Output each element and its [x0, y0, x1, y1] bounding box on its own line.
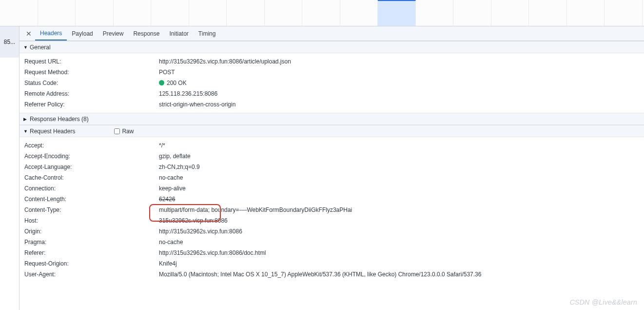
header-value: 125.118.236.215:8086	[159, 88, 644, 99]
close-icon[interactable]: ✕	[22, 26, 35, 41]
tab-payload[interactable]: Payload	[67, 26, 98, 41]
header-value: no-cache	[159, 237, 644, 248]
timeline-cell	[529, 0, 567, 26]
header-value: http://315u32962s.vicp.fun:8086/doc.html	[159, 248, 644, 258]
timeline-cell	[567, 0, 605, 26]
section-response-headers-title: Response Headers (8)	[30, 116, 89, 123]
request-list-item[interactable]: 85...	[0, 26, 19, 58]
header-value: keep-alive	[159, 183, 644, 194]
section-request-headers-header[interactable]: Request Headers Raw	[20, 125, 644, 137]
header-row: Pragma:no-cache	[24, 237, 644, 248]
header-key: Pragma:	[24, 237, 159, 248]
timeline-cell	[189, 0, 227, 26]
tab-preview[interactable]: Preview	[98, 26, 129, 41]
timeline-cell	[76, 0, 114, 26]
header-row: Connection:keep-alive	[24, 183, 644, 194]
header-key: Origin:	[24, 226, 159, 237]
header-row: Remote Address:125.118.236.215:8086	[24, 88, 644, 99]
header-key: Status Code:	[24, 78, 159, 88]
header-row: Request URL:http://315u32962s.vicp.fun:8…	[24, 56, 644, 67]
header-key: Connection:	[24, 183, 159, 194]
timeline-cell	[491, 0, 529, 26]
header-value: 62426	[159, 194, 644, 205]
tab-response[interactable]: Response	[128, 26, 164, 41]
timeline-cell	[227, 0, 265, 26]
header-row: Accept-Encoding:gzip, deflate	[24, 151, 644, 162]
raw-toggle[interactable]: Raw	[114, 128, 134, 135]
header-key: User-Agent:	[24, 269, 159, 280]
header-value: */*	[159, 140, 644, 151]
tab-headers[interactable]: Headers	[35, 26, 67, 41]
header-key: Remote Address:	[24, 88, 159, 99]
header-value: zh-CN,zh;q=0.9	[159, 162, 644, 172]
timeline-cell	[114, 0, 152, 26]
detail-tab-bar: ✕ Headers Payload Preview Response Initi…	[20, 26, 644, 41]
header-value: 315u32962s.vicp.fun:8086	[159, 215, 644, 226]
header-row: Cache-Control:no-cache	[24, 172, 644, 183]
header-row: Origin:http://315u32962s.vicp.fun:8086	[24, 226, 644, 237]
header-key: Accept-Language:	[24, 162, 159, 172]
header-row: Referer:http://315u32962s.vicp.fun:8086/…	[24, 248, 644, 258]
header-row: Host:315u32962s.vicp.fun:8086	[24, 215, 644, 226]
header-key: Content-Type:	[24, 205, 159, 215]
header-key: Cache-Control:	[24, 172, 159, 183]
header-row: Request-Origion:Knife4j	[24, 258, 644, 269]
header-key: Content-Length:	[24, 194, 159, 205]
raw-checkbox[interactable]	[114, 128, 120, 134]
timeline-cell	[265, 0, 303, 26]
section-response-headers-header[interactable]: Response Headers (8)	[20, 113, 644, 125]
header-value: strict-origin-when-cross-origin	[159, 99, 644, 110]
header-key: Referrer Policy:	[24, 99, 159, 110]
chevron-down-icon	[23, 44, 28, 50]
header-key: Host:	[24, 215, 159, 226]
timeline-cell	[453, 0, 491, 26]
header-value: Mozilla/5.0 (Macintosh; Intel Mac OS X 1…	[159, 269, 644, 280]
request-headers-list: Accept:*/*Accept-Encoding:gzip, deflateA…	[20, 137, 644, 283]
general-list: Request URL:http://315u32962s.vicp.fun:8…	[20, 53, 644, 113]
watermark: CSDN @Live&&learn	[570, 298, 637, 306]
timeline-cell	[605, 0, 643, 26]
tab-timing[interactable]: Timing	[194, 26, 221, 41]
header-key: Accept:	[24, 140, 159, 151]
timeline-cell	[302, 0, 340, 26]
header-row: Accept:*/*	[24, 140, 644, 151]
timeline-cell	[38, 0, 76, 26]
section-general-title: General	[30, 44, 51, 51]
header-value: gzip, deflate	[159, 151, 644, 162]
header-value: http://315u32962s.vicp.fun:8086/article/…	[159, 56, 644, 67]
tab-initiator[interactable]: Initiator	[164, 26, 193, 41]
header-row: Accept-Language:zh-CN,zh;q=0.9	[24, 162, 644, 172]
header-row: Status Code:200 OK	[24, 78, 644, 88]
header-value: Knife4j	[159, 258, 644, 269]
header-row: Request Method:POST	[24, 67, 644, 78]
chevron-down-icon	[23, 128, 28, 134]
section-general-header[interactable]: General	[20, 41, 644, 53]
header-value: no-cache	[159, 172, 644, 183]
timeline-strip	[0, 0, 644, 26]
timeline-cell	[151, 0, 189, 26]
timeline-cell	[340, 0, 378, 26]
header-key: Request-Origion:	[24, 258, 159, 269]
header-key: Request Method:	[24, 67, 159, 78]
header-key: Referer:	[24, 248, 159, 258]
chevron-right-icon	[23, 116, 28, 122]
header-value: POST	[159, 67, 644, 78]
timeline-cell-active	[378, 0, 416, 26]
status-dot-icon	[159, 80, 164, 85]
section-request-headers-title: Request Headers	[30, 128, 75, 135]
request-list[interactable]: 85...	[0, 26, 20, 310]
raw-label: Raw	[122, 128, 134, 135]
header-key: Accept-Encoding:	[24, 151, 159, 162]
detail-panel: ✕ Headers Payload Preview Response Initi…	[20, 26, 644, 310]
header-value: multipart/form-data; boundary=----WebKit…	[159, 205, 644, 215]
header-row: Content-Length:62426	[24, 194, 644, 205]
timeline-cell	[0, 0, 38, 26]
header-value: http://315u32962s.vicp.fun:8086	[159, 226, 644, 237]
header-row: User-Agent:Mozilla/5.0 (Macintosh; Intel…	[24, 269, 644, 280]
header-value: 200 OK	[159, 78, 644, 88]
header-row: Content-Type:multipart/form-data; bounda…	[24, 205, 644, 215]
timeline-cell	[416, 0, 454, 26]
request-list-item-label: 85...	[4, 39, 15, 45]
header-row: Referrer Policy:strict-origin-when-cross…	[24, 99, 644, 110]
header-key: Request URL:	[24, 56, 159, 67]
